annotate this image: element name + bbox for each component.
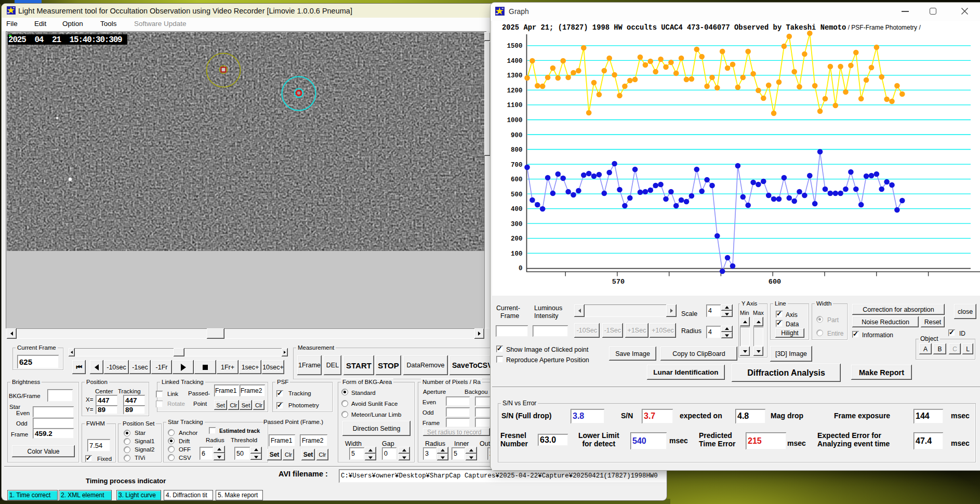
svg-text:900: 900 [511,132,523,139]
svg-text:1000: 1000 [507,117,522,124]
svg-text:1100: 1100 [507,102,522,109]
svg-text:200: 200 [511,235,523,243]
svg-text:600: 600 [511,176,523,183]
svg-text:1300: 1300 [507,72,522,79]
svg-text:300: 300 [511,221,523,228]
svg-text:0: 0 [519,265,523,272]
svg-text:100: 100 [511,250,523,258]
svg-text:700: 700 [511,162,523,169]
svg-text:1200: 1200 [507,87,522,95]
svg-text:400: 400 [511,206,523,213]
svg-text:500: 500 [511,191,523,198]
svg-text:1500: 1500 [507,43,522,50]
svg-text:800: 800 [511,147,523,154]
svg-text:1400: 1400 [507,58,522,65]
svg-text:600: 600 [769,278,781,286]
svg-text:570: 570 [612,278,625,286]
